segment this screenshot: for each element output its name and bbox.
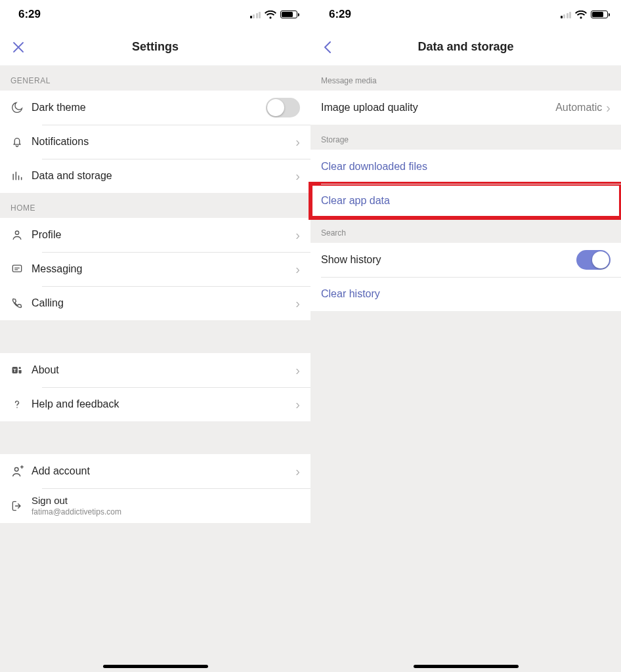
notifications-label: Notifications	[32, 136, 295, 148]
dark-theme-toggle[interactable]	[266, 98, 300, 117]
chevron-right-icon: ›	[606, 101, 610, 114]
clear-downloaded-row[interactable]: Clear downloaded files	[310, 150, 621, 184]
person-icon	[11, 228, 32, 242]
add-account-row[interactable]: Add account ›	[0, 454, 310, 488]
media-group: Image upload quality Automatic ›	[310, 91, 621, 125]
svg-point-0	[15, 231, 18, 234]
data-storage-row[interactable]: Data and storage ›	[0, 159, 310, 193]
sign-out-row[interactable]: Sign out fatima@addictivetips.com	[0, 488, 310, 523]
spacer	[310, 311, 621, 672]
chevron-left-icon	[322, 40, 333, 54]
clear-app-data-row[interactable]: Clear app data	[310, 184, 621, 218]
show-history-toggle[interactable]	[576, 250, 610, 270]
dark-theme-row[interactable]: Dark theme	[0, 91, 310, 125]
image-upload-quality-row[interactable]: Image upload quality Automatic ›	[310, 91, 621, 125]
cellular-icon	[250, 10, 261, 18]
status-bar: 6:29	[0, 0, 310, 29]
general-group: Dark theme Notifications › Data and stor…	[0, 91, 310, 193]
calling-label: Calling	[32, 297, 295, 309]
teams-icon: T	[11, 364, 32, 377]
spacer	[0, 523, 310, 672]
about-row[interactable]: T About ›	[0, 353, 310, 387]
settings-screen: 6:29 Settings GENERAL Dark theme	[0, 0, 310, 672]
messaging-row[interactable]: Messaging ›	[0, 252, 310, 286]
question-icon	[11, 398, 32, 411]
chevron-right-icon: ›	[295, 465, 300, 478]
person-add-icon	[11, 464, 32, 478]
image-upload-quality-value: Automatic	[555, 102, 602, 114]
close-icon	[12, 41, 25, 54]
search-group: Show history Clear history	[310, 243, 621, 311]
profile-label: Profile	[32, 229, 295, 241]
section-header-search: Search	[310, 218, 621, 243]
close-button[interactable]	[12, 41, 25, 54]
svg-rect-1	[12, 265, 21, 272]
sign-out-icon	[11, 499, 32, 513]
battery-icon	[591, 10, 608, 18]
chevron-right-icon: ›	[295, 364, 300, 377]
svg-point-4	[19, 367, 21, 369]
status-time: 6:29	[18, 8, 41, 21]
data-storage-label: Data and storage	[32, 170, 295, 182]
show-history-label: Show history	[321, 254, 576, 266]
svg-text:T: T	[13, 368, 16, 373]
sign-out-label: Sign out	[32, 495, 300, 506]
clear-history-label: Clear history	[321, 288, 610, 300]
back-button[interactable]	[322, 40, 333, 54]
battery-icon	[280, 10, 297, 18]
home-indicator[interactable]	[103, 665, 208, 668]
account-group: Add account › Sign out fatima@addictivet…	[0, 454, 310, 523]
page-title: Data and storage	[418, 40, 513, 54]
status-indicators	[250, 10, 298, 19]
about-label: About	[32, 364, 295, 376]
add-account-label: Add account	[32, 465, 295, 477]
phone-icon	[11, 297, 32, 310]
calling-row[interactable]: Calling ›	[0, 286, 310, 320]
chevron-right-icon: ›	[295, 262, 300, 276]
svg-point-5	[16, 407, 18, 408]
home-group: Profile › Messaging › Calling ›	[0, 218, 310, 320]
nav-bar: Data and storage	[310, 29, 621, 66]
chevron-right-icon: ›	[295, 135, 300, 148]
show-history-row[interactable]: Show history	[310, 243, 621, 277]
wifi-icon	[265, 10, 276, 19]
svg-point-6	[14, 468, 18, 472]
chevron-right-icon: ›	[295, 228, 300, 242]
chevron-right-icon: ›	[295, 398, 300, 411]
section-header-home: HOME	[0, 193, 310, 218]
info-group: T About › Help and feedback ›	[0, 353, 310, 421]
section-header-general: GENERAL	[0, 66, 310, 91]
profile-row[interactable]: Profile ›	[0, 218, 310, 252]
wifi-icon	[575, 10, 587, 19]
bars-icon	[11, 169, 32, 182]
help-label: Help and feedback	[32, 398, 295, 410]
clear-app-data-label: Clear app data	[321, 195, 610, 207]
moon-icon	[11, 101, 32, 114]
clear-history-row[interactable]: Clear history	[310, 277, 621, 311]
help-row[interactable]: Help and feedback ›	[0, 387, 310, 421]
spacer	[0, 421, 310, 454]
spacer	[0, 320, 310, 353]
dark-theme-label: Dark theme	[32, 102, 266, 114]
page-title: Settings	[132, 40, 179, 54]
sign-out-email: fatima@addictivetips.com	[32, 507, 300, 516]
status-bar: 6:29	[310, 0, 621, 29]
section-header-storage: Storage	[310, 125, 621, 150]
clear-downloaded-label: Clear downloaded files	[321, 161, 610, 173]
cellular-icon	[561, 10, 572, 18]
image-upload-quality-label: Image upload quality	[321, 102, 555, 114]
status-indicators	[561, 10, 609, 19]
messaging-label: Messaging	[32, 263, 295, 275]
status-time: 6:29	[329, 8, 351, 21]
bell-icon	[11, 135, 32, 148]
home-indicator[interactable]	[414, 665, 519, 668]
chevron-right-icon: ›	[295, 169, 300, 182]
section-header-media: Message media	[310, 66, 621, 91]
nav-bar: Settings	[0, 29, 310, 66]
chevron-right-icon: ›	[295, 297, 300, 310]
data-storage-screen: 6:29 Data and storage Message media Imag…	[310, 0, 621, 672]
storage-group: Clear downloaded files Clear app data	[310, 150, 621, 218]
notifications-row[interactable]: Notifications ›	[0, 125, 310, 159]
chat-icon	[11, 262, 32, 276]
